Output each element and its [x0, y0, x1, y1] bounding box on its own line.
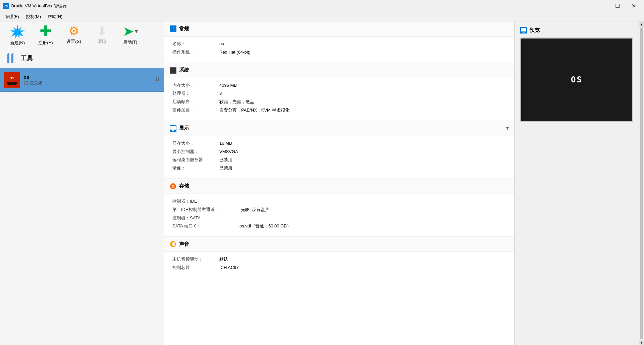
display-label-0: 显存大小： [172, 140, 219, 147]
svg-rect-30 [170, 126, 176, 130]
svg-rect-8 [11, 61, 12, 63]
sidebar: 新建(N) ✚ 注册(A) ⚙ 设置(S) ⬇ 清除 ➤ ▾ [0, 21, 164, 345]
svg-rect-5 [7, 61, 8, 63]
system-row-2: 启动顺序： 软驱，光驱，硬盘 [172, 98, 506, 106]
start-button[interactable]: ➤ ▾ 启动(T) [117, 23, 144, 47]
preview-screen-text: OS [571, 75, 583, 84]
general-section-header: i 常规 [164, 21, 514, 37]
start-icon: ➤ [123, 24, 134, 38]
svg-rect-37 [521, 28, 526, 31]
preview-title-area: 预览 [520, 27, 633, 33]
svg-rect-31 [172, 130, 174, 131]
display-label-2: 远程桌面服务器： [172, 156, 219, 163]
display-value-2: 已禁用 [219, 156, 232, 163]
storage-section-header: 存储 [164, 179, 514, 194]
app-icon: VB [3, 3, 9, 9]
start-button-label: 启动(T) [123, 39, 138, 45]
system-label-1: 处理器： [172, 90, 219, 97]
system-value-2: 软驱，光驱，硬盘 [219, 98, 254, 106]
svg-rect-23 [158, 80, 159, 81]
sound-row-0: 主机音频驱动： 默认 [172, 256, 506, 263]
scrollbar-thumb[interactable] [640, 27, 643, 339]
content-area: i 常规 名称： os 操作系统： Red Hat (64-bit) [164, 21, 644, 345]
svg-point-12 [7, 82, 17, 85]
system-section-body: 内存大小： 4096 MB 处理器： 3 启动顺序： 软驱，光驱，硬盘 硬件 [164, 78, 514, 121]
sound-value-0: 默认 [219, 256, 228, 263]
storage-label-3: SATA 端口 0： [172, 223, 239, 230]
preview-icon [520, 27, 527, 33]
menu-control[interactable]: 控制(M) [22, 13, 45, 21]
menu-bar: 管理(F) 控制(M) 帮助(H) [0, 12, 644, 21]
scroll-up-button[interactable]: ▲ [639, 21, 644, 27]
system-section-title: 系统 [179, 67, 189, 73]
general-value-1: Red Hat (64-bit) [219, 49, 250, 56]
vm-os-menu-icon[interactable] [152, 76, 160, 84]
scroll-down-button[interactable]: ▼ [639, 340, 644, 345]
general-section: i 常规 名称： os 操作系统： Red Hat (64-bit) [164, 21, 514, 63]
minimize-button[interactable]: ─ [594, 1, 609, 11]
vm-os-status: 已关闭 [23, 80, 152, 86]
storage-value-3: os.vdi（普通，50.00 GB） [239, 223, 291, 230]
sound-label-1: 控制芯片： [172, 264, 219, 271]
sound-icon [170, 241, 176, 248]
storage-value-1: [光驱] 没有盘片 [239, 206, 269, 213]
preview-title-text: 预览 [530, 27, 540, 33]
display-row-3: 录像： 已禁用 [172, 165, 506, 172]
svg-rect-20 [156, 79, 157, 80]
details-panel: i 常规 名称： os 操作系统： Red Hat (64-bit) [164, 21, 515, 345]
general-section-body: 名称： os 操作系统： Red Hat (64-bit) [164, 37, 514, 63]
svg-rect-21 [158, 79, 159, 80]
display-value-1: VMSVGA [219, 148, 238, 155]
tools-header: 工具 [0, 48, 164, 68]
start-dropdown-icon[interactable]: ▾ [135, 27, 138, 35]
menu-manage[interactable]: 管理(F) [1, 13, 22, 21]
storage-icon [170, 183, 176, 190]
new-button[interactable]: 新建(N) [4, 22, 31, 47]
general-row-0: 名称： os [172, 41, 506, 48]
display-collapse-arrow[interactable]: ▾ [506, 125, 509, 131]
display-section-header[interactable]: 显示 ▾ [164, 121, 514, 136]
system-value-3: 嵌套分页，PAE/NX，KVM 半虚拟化 [219, 107, 289, 114]
vm-item-os[interactable]: 64 os 已关闭 [0, 68, 164, 92]
vm-os-name: os [23, 74, 152, 80]
svg-rect-4 [8, 53, 9, 55]
svg-rect-7 [12, 53, 13, 55]
system-section: 系统 内存大小： 4096 MB 处理器： 3 启动顺序： [164, 63, 514, 121]
storage-row-1: 第二IDE控制器主通道： [光驱] 没有盘片 [172, 206, 506, 213]
display-label-3: 录像： [172, 165, 219, 172]
display-value-3: 已禁用 [219, 165, 232, 172]
display-section-title: 显示 [179, 125, 189, 131]
storage-row-0: 控制器：IDE [172, 198, 506, 205]
clear-button: ⬇ 清除 [89, 24, 115, 46]
preview-screen: OS [520, 38, 633, 122]
display-label-1: 显卡控制器： [172, 148, 219, 155]
register-icon: ✚ [40, 24, 52, 39]
window-controls: ─ ☐ ✕ [594, 1, 641, 11]
register-button[interactable]: ✚ 注册(A) [32, 22, 59, 47]
menu-help[interactable]: 帮助(H) [44, 13, 66, 21]
tools-label: 工具 [21, 54, 33, 62]
tools-icon [5, 52, 17, 64]
clear-button-label: 清除 [98, 39, 106, 45]
svg-rect-38 [523, 32, 525, 32]
general-label-1: 操作系统： [172, 49, 219, 56]
settings-button-label: 设置(S) [66, 39, 81, 45]
sound-section-body: 主机音频驱动： 默认 控制芯片： ICH AC97 [164, 252, 514, 278]
storage-label-2: 控制器：SATA [172, 215, 239, 222]
display-icon [170, 125, 176, 132]
sound-section: 声音 主机音频驱动： 默认 控制芯片： ICH AC97 [164, 237, 514, 278]
main-area: 新建(N) ✚ 注册(A) ⚙ 设置(S) ⬇ 清除 ➤ ▾ [0, 21, 644, 345]
restore-button[interactable]: ☐ [610, 1, 625, 11]
vm-os-info: os 已关闭 [23, 74, 152, 86]
settings-button[interactable]: ⚙ 设置(S) [60, 24, 87, 46]
display-value-0: 16 MB [219, 140, 232, 147]
settings-icon: ⚙ [68, 25, 79, 37]
close-button[interactable]: ✕ [626, 1, 641, 11]
svg-text:64: 64 [10, 76, 14, 79]
svg-rect-17 [153, 82, 159, 82]
system-row-1: 处理器： 3 [172, 90, 506, 97]
system-section-header: 系统 [164, 63, 514, 78]
scrollbar-area: ▲ ▼ [639, 21, 644, 345]
register-button-label: 注册(A) [38, 40, 53, 46]
window-title: Oracle VM VirtualBox 管理器 [11, 3, 594, 9]
